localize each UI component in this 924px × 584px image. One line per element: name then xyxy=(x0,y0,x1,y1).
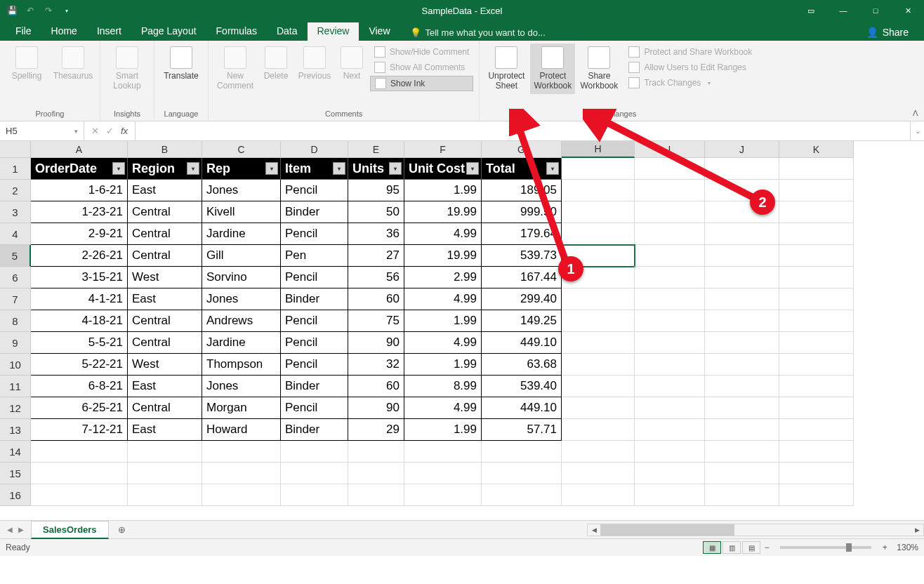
cell[interactable] xyxy=(562,441,635,463)
cell[interactable] xyxy=(128,484,202,506)
sheet-next-icon[interactable]: ▶ xyxy=(18,526,24,533)
table-header-orderdate[interactable]: OrderDate▾ xyxy=(31,158,128,180)
minimize-button[interactable]: — xyxy=(827,0,859,21)
delete-comment-button[interactable]: Delete xyxy=(259,44,293,84)
data-cell[interactable]: 5-5-21 xyxy=(31,332,128,354)
data-cell[interactable]: 4-1-21 xyxy=(31,288,128,310)
cell[interactable] xyxy=(635,310,705,332)
cell[interactable] xyxy=(128,463,202,484)
cell[interactable] xyxy=(705,201,779,223)
cell[interactable] xyxy=(705,397,779,419)
qat-dropdown-icon[interactable]: ▾ xyxy=(60,4,73,17)
data-cell[interactable]: Pencil xyxy=(281,354,348,376)
data-cell[interactable]: 8.99 xyxy=(404,376,482,397)
translate-button[interactable]: Translate xyxy=(159,44,204,84)
sheet-tab-salesorders[interactable]: SalesOrders xyxy=(31,521,109,539)
cell[interactable] xyxy=(635,463,705,484)
filter-dropdown-icon[interactable]: ▾ xyxy=(389,162,402,175)
normal-view-button[interactable]: ▦ xyxy=(703,541,721,554)
tab-file[interactable]: File xyxy=(6,22,41,41)
redo-icon[interactable]: ↷ xyxy=(42,4,55,17)
cell[interactable] xyxy=(635,484,705,506)
table-header-unitcost[interactable]: Unit Cost▾ xyxy=(404,158,482,180)
cell[interactable] xyxy=(404,441,482,463)
data-cell[interactable]: Binder xyxy=(281,419,348,441)
row-header-15[interactable]: 15 xyxy=(0,463,31,484)
cell[interactable] xyxy=(705,463,779,484)
cancel-formula-icon[interactable]: ✕ xyxy=(91,126,99,136)
expand-formula-bar-icon[interactable]: ⌄ xyxy=(910,121,924,140)
column-header-E[interactable]: E xyxy=(348,141,404,158)
data-cell[interactable]: Howard xyxy=(202,419,281,441)
filter-dropdown-icon[interactable]: ▾ xyxy=(112,162,125,175)
scroll-left-icon[interactable]: ◀ xyxy=(588,524,600,536)
thesaurus-button[interactable]: Thesaurus xyxy=(51,44,95,84)
data-cell[interactable]: 90 xyxy=(348,332,404,354)
cell[interactable] xyxy=(635,201,705,223)
cell[interactable] xyxy=(562,158,635,180)
cell[interactable] xyxy=(202,484,281,506)
page-break-view-button[interactable]: ▤ xyxy=(742,541,760,554)
data-cell[interactable]: Pencil xyxy=(281,223,348,245)
cell[interactable] xyxy=(635,158,705,180)
data-cell[interactable]: 1.99 xyxy=(404,354,482,376)
data-cell[interactable]: 4.99 xyxy=(404,288,482,310)
data-cell[interactable]: 6-25-21 xyxy=(31,397,128,419)
data-cell[interactable]: Central xyxy=(128,201,202,223)
data-cell[interactable]: 4.99 xyxy=(404,332,482,354)
cell[interactable] xyxy=(404,484,482,506)
cell[interactable] xyxy=(779,310,854,332)
cell[interactable] xyxy=(562,180,635,201)
close-button[interactable]: ✕ xyxy=(892,0,924,21)
cell[interactable] xyxy=(635,332,705,354)
cell[interactable] xyxy=(562,354,635,376)
ribbon-options-icon[interactable]: ▭ xyxy=(795,0,827,21)
data-cell[interactable]: Pencil xyxy=(281,397,348,419)
data-cell[interactable]: Pencil xyxy=(281,332,348,354)
cell[interactable] xyxy=(705,376,779,397)
cell[interactable] xyxy=(562,419,635,441)
cell[interactable] xyxy=(705,288,779,310)
scroll-right-icon[interactable]: ▶ xyxy=(911,524,923,536)
chevron-down-icon[interactable]: ▾ xyxy=(74,128,78,135)
cell[interactable] xyxy=(281,463,348,484)
track-changes-button[interactable]: Track Changes▾ xyxy=(624,76,756,90)
data-cell[interactable]: Central xyxy=(128,223,202,245)
cell[interactable] xyxy=(779,288,854,310)
collapse-ribbon-icon[interactable]: ᐱ xyxy=(913,109,918,118)
row-header-2[interactable]: 2 xyxy=(0,180,31,201)
cell[interactable] xyxy=(779,463,854,484)
column-header-F[interactable]: F xyxy=(404,141,482,158)
cell[interactable] xyxy=(779,201,854,223)
data-cell[interactable]: 56 xyxy=(348,267,404,288)
protect-workbook-button[interactable]: Protect Workbook xyxy=(530,44,575,94)
cell[interactable] xyxy=(779,397,854,419)
table-header-units[interactable]: Units▾ xyxy=(348,158,404,180)
cell[interactable] xyxy=(31,484,128,506)
name-box[interactable]: H5▾ xyxy=(0,121,84,140)
cell[interactable] xyxy=(562,201,635,223)
row-header-16[interactable]: 16 xyxy=(0,484,31,506)
data-cell[interactable]: 60 xyxy=(348,376,404,397)
row-header-9[interactable]: 9 xyxy=(0,332,31,354)
data-cell[interactable]: Jardine xyxy=(202,332,281,354)
cell[interactable] xyxy=(635,245,705,267)
cell[interactable] xyxy=(562,397,635,419)
data-cell[interactable]: 95 xyxy=(348,180,404,201)
data-cell[interactable]: 1.99 xyxy=(404,310,482,332)
data-cell[interactable]: 32 xyxy=(348,354,404,376)
row-header-3[interactable]: 3 xyxy=(0,201,31,223)
unprotect-sheet-button[interactable]: Unprotect Sheet xyxy=(484,44,529,94)
data-cell[interactable]: 63.68 xyxy=(482,354,562,376)
filter-dropdown-icon[interactable]: ▾ xyxy=(187,162,199,175)
column-header-D[interactable]: D xyxy=(281,141,348,158)
cell[interactable] xyxy=(779,180,854,201)
cell[interactable] xyxy=(779,354,854,376)
data-cell[interactable]: Pencil xyxy=(281,180,348,201)
cell[interactable] xyxy=(562,223,635,245)
data-cell[interactable]: 1-6-21 xyxy=(31,180,128,201)
row-header-14[interactable]: 14 xyxy=(0,441,31,463)
data-cell[interactable]: East xyxy=(128,180,202,201)
cell[interactable] xyxy=(482,463,562,484)
filter-dropdown-icon[interactable]: ▾ xyxy=(546,162,559,175)
